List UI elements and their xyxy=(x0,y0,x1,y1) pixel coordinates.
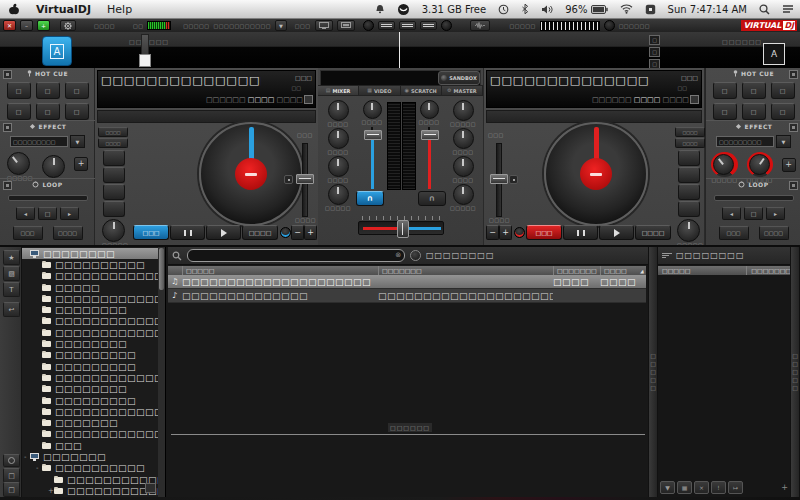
headphone-cue-b-button[interactable]: ∩ xyxy=(418,191,446,206)
folder-tree-row[interactable]: □□□ xyxy=(22,440,165,451)
loop-double-button[interactable]: ▸ xyxy=(60,207,79,220)
deck-b-pad-button-2[interactable] xyxy=(678,167,700,183)
menubar-clock[interactable]: Sun 7:47:14 AM xyxy=(662,0,753,18)
folder-tree-row[interactable]: □□□□□□□□□□ xyxy=(22,259,165,270)
deck-a-cue-button[interactable]: □□□ xyxy=(133,225,169,240)
deck-a-jog-wheel[interactable] xyxy=(199,122,303,226)
mixer-knob[interactable] xyxy=(328,100,349,121)
rail-box-button-1[interactable]: □ xyxy=(3,468,20,483)
deck-a-pause-button[interactable] xyxy=(170,225,205,240)
tree-resize-grip[interactable] xyxy=(145,483,156,493)
deck-b-play-button[interactable] xyxy=(599,225,634,240)
effect-select[interactable]: □□□□□□□□□ xyxy=(10,136,68,147)
mixer-tab[interactable]: ▦ VIDEO xyxy=(359,85,400,96)
deck-b-mode-button-1[interactable]: □□□□ xyxy=(675,127,705,137)
folder-tree-row[interactable]: □□□□□□□□ xyxy=(22,338,165,349)
column-title[interactable]: □□□□□ xyxy=(182,266,378,275)
crossfader-handle[interactable] xyxy=(397,220,409,238)
loop-size-display[interactable]: □ xyxy=(38,207,57,220)
loop-half-button[interactable]: ◂ xyxy=(16,207,35,220)
folders-button[interactable]: ▨ xyxy=(3,266,20,281)
track-row[interactable]: ♫ □□□□□□□□□□□□□□□□□□□□□ □□□□ □□□□ xyxy=(168,275,646,289)
loop-half-button[interactable]: ◂ xyxy=(722,207,741,220)
mixer-knob[interactable] xyxy=(328,184,349,205)
bluetooth-icon[interactable] xyxy=(515,0,535,18)
hot-cue-button[interactable]: □ xyxy=(7,103,31,120)
deck-b-cue-button[interactable]: □□□ xyxy=(526,225,562,240)
time-machine-icon[interactable] xyxy=(492,0,515,18)
history-undo-button[interactable]: ↩ xyxy=(3,302,20,317)
deck-b-sync-button[interactable]: □□□□ xyxy=(635,225,671,240)
add-effect-button[interactable]: + xyxy=(74,157,88,171)
panel-pin-checkbox[interactable] xyxy=(789,123,798,132)
deck-a-pad-button-2[interactable] xyxy=(103,167,125,183)
tree-scrollbar[interactable] xyxy=(158,247,165,497)
display-option-button-1[interactable] xyxy=(315,20,333,31)
wifi-icon[interactable] xyxy=(614,0,639,18)
hot-cue-button[interactable]: □ xyxy=(742,103,766,120)
rail-knob-button[interactable] xyxy=(3,454,20,467)
wave-zoom-handle[interactable] xyxy=(139,54,151,67)
folder-tree-row[interactable]: □□□□□□□□□□□□ xyxy=(22,293,165,304)
input-source-icon[interactable] xyxy=(639,0,662,18)
channel-a-trim-knob[interactable] xyxy=(363,100,382,119)
tree-scrollbar-thumb[interactable] xyxy=(159,248,164,290)
deck-b-gain-mini-knob[interactable] xyxy=(514,227,525,238)
deck-a-pitch-zero-button[interactable] xyxy=(284,175,293,184)
mixer-knob[interactable] xyxy=(328,128,349,149)
folder-tree-row[interactable]: + □□□□□□□□□□□□ xyxy=(22,485,165,496)
folder-tree-row[interactable]: □□□□□□□□□ xyxy=(22,350,165,361)
volume-icon[interactable] xyxy=(535,0,559,18)
mixer-tab[interactable]: ▤ MIXER xyxy=(318,85,359,96)
deck-a-waveform[interactable] xyxy=(97,110,316,123)
menu-app-name[interactable]: VirtualDJ xyxy=(28,0,99,18)
panel-pin-checkbox[interactable] xyxy=(3,123,12,132)
menu-help[interactable]: Help xyxy=(99,0,140,18)
effect-select[interactable]: □□□□□□□□□ xyxy=(716,136,774,147)
deck-a-info-toggle-icon[interactable] xyxy=(304,95,313,104)
column-bpm[interactable]: □□□□□□□ xyxy=(553,266,600,275)
folder-tree-row[interactable]: □□□□□□□□□□□□□ xyxy=(22,271,165,282)
folder-tree-row[interactable]: □□□□□□□□ xyxy=(22,384,165,395)
column-artist[interactable]: □□□□□□□ xyxy=(378,266,553,275)
hot-cue-button[interactable]: □ xyxy=(36,103,60,120)
sideview-tool-button[interactable]: ! xyxy=(711,481,726,494)
deck-a-pad-button-4[interactable] xyxy=(103,201,125,217)
folder-tree-row[interactable]: □□□□□□□□□□□□□ xyxy=(22,372,165,383)
add-effect-button[interactable]: + xyxy=(782,158,796,172)
sideview-column-2[interactable]: □□□□□□□ xyxy=(746,266,791,275)
deck-b-mode-button-2[interactable]: □□□□ xyxy=(675,138,705,148)
deck-a-gain-mini-knob[interactable] xyxy=(280,227,291,238)
ram-free-indicator[interactable]: 3.31 GB Free xyxy=(416,0,492,18)
spotlight-icon[interactable] xyxy=(753,0,776,18)
folder-tree-row[interactable]: □□□□□□□□ xyxy=(22,248,165,259)
sideview-add-button[interactable]: + xyxy=(781,483,788,492)
hot-cue-button[interactable]: □ xyxy=(771,82,795,99)
deck-b-pitch-minus-button[interactable]: − xyxy=(486,225,499,240)
loop-in-button[interactable]: □□□ xyxy=(13,226,43,240)
folder-tree-row[interactable]: □□□□□□□□□□□□ xyxy=(22,474,165,485)
deck-b-pitch-handle[interactable] xyxy=(490,174,508,184)
toolbar-knob-3[interactable] xyxy=(604,20,615,31)
favorites-star-button[interactable]: ★ xyxy=(3,250,20,265)
sideview-tool-button[interactable]: ▦ xyxy=(677,481,692,494)
display-option-button-2[interactable] xyxy=(337,20,355,31)
hot-cue-button[interactable]: □ xyxy=(713,82,737,99)
folder-tree-row[interactable]: - □□□□□□□ xyxy=(22,451,165,462)
search-input[interactable] xyxy=(193,250,392,263)
sideview-column-1[interactable]: □□□□□ xyxy=(658,266,690,275)
deck-a-pitch-handle[interactable] xyxy=(296,174,314,184)
folder-tree-row[interactable]: □□□□□□□□□□□□□ xyxy=(22,316,165,327)
mixer-knob[interactable] xyxy=(453,184,474,205)
mixer-knob[interactable] xyxy=(453,156,474,177)
sideview-tool-button[interactable]: ▼ xyxy=(660,481,675,494)
hot-cue-button[interactable]: □ xyxy=(7,82,31,99)
waveform-view-button[interactable] xyxy=(470,20,490,31)
hot-cue-button[interactable]: □ xyxy=(713,103,737,120)
deck-b-jog-wheel[interactable] xyxy=(544,122,648,226)
loop-out-button[interactable]: □□□□ xyxy=(53,226,83,240)
deck-a-pitch-minus-button[interactable]: − xyxy=(291,225,304,240)
toolbar-knob-1[interactable] xyxy=(363,20,374,31)
virtualdj-menubar-icon[interactable] xyxy=(391,0,416,18)
panel-pin-checkbox[interactable] xyxy=(789,181,798,190)
